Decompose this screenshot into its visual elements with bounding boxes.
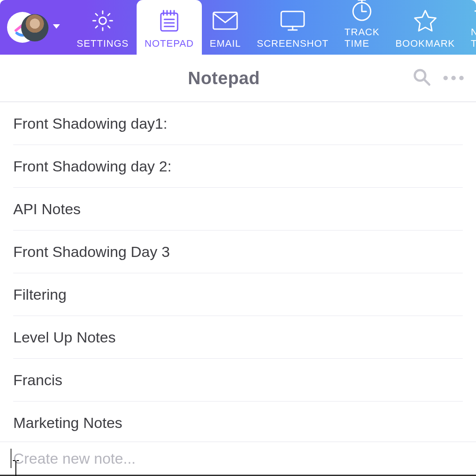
note-title: Front Shadowing day1: <box>13 115 167 132</box>
svg-rect-1 <box>161 13 178 31</box>
tab-label: SETTINGS <box>77 38 129 49</box>
note-row[interactable]: Francis <box>13 359 463 402</box>
footer <box>0 442 476 476</box>
svg-rect-3 <box>281 11 304 26</box>
app-logo[interactable] <box>7 12 38 43</box>
email-icon <box>212 8 238 33</box>
tabs: SETTINGS NOTEPAD EMAIL <box>69 0 476 55</box>
tab-notepad[interactable]: NOTEPAD <box>137 0 202 55</box>
tab-email[interactable]: EMAIL <box>202 0 249 55</box>
page-title: Notepad <box>35 68 413 88</box>
text-cursor-icon <box>11 449 11 468</box>
note-title: Marketing Notes <box>13 414 123 431</box>
note-row[interactable]: Front Shadowing day1: <box>13 102 463 145</box>
note-title: Front Shadowing day 2: <box>13 158 171 175</box>
topbar: SETTINGS NOTEPAD EMAIL <box>0 0 476 55</box>
monitor-icon <box>279 8 306 33</box>
tab-bookmark[interactable]: BOOKMARK <box>387 0 463 55</box>
avatar[interactable] <box>21 14 48 41</box>
note-row[interactable]: Front Shadowing day 2: <box>13 145 463 188</box>
tab-label: NOTEPAD <box>145 38 194 49</box>
tab-label: SCREENSHOT <box>257 38 329 49</box>
note-row[interactable]: Filtering <box>13 273 463 316</box>
page-actions <box>413 68 464 88</box>
tab-screenshot[interactable]: SCREENSHOT <box>249 0 337 55</box>
note-row[interactable]: Front Shadowing Day 3 <box>13 231 463 273</box>
tab-settings[interactable]: SETTINGS <box>69 0 137 55</box>
notes-list: Front Shadowing day1: Front Shadowing da… <box>0 102 476 442</box>
app-root: SETTINGS NOTEPAD EMAIL <box>0 0 476 476</box>
note-title: Level Up Notes <box>13 329 115 346</box>
tab-label: NEW TASK <box>471 26 476 49</box>
note-row[interactable]: Marketing Notes <box>13 402 463 442</box>
stopwatch-icon <box>350 0 373 22</box>
tab-label: EMAIL <box>210 38 241 49</box>
svg-point-0 <box>99 17 106 24</box>
tab-tracktime[interactable]: TRACK TIME <box>337 0 388 55</box>
note-title: Francis <box>13 372 62 389</box>
star-icon <box>413 8 438 33</box>
note-title: Filtering <box>13 286 67 303</box>
tab-newtask[interactable]: NEW TASK <box>463 0 476 55</box>
tab-label: BOOKMARK <box>395 38 455 49</box>
notepad-icon <box>158 8 180 33</box>
search-icon[interactable] <box>413 68 431 88</box>
svg-rect-2 <box>213 12 237 29</box>
plus-icon <box>473 0 476 22</box>
page-header: Notepad <box>0 55 476 102</box>
note-title: API Notes <box>13 201 81 218</box>
note-row[interactable]: API Notes <box>13 188 463 231</box>
more-icon[interactable] <box>443 76 464 80</box>
note-title: Front Shadowing Day 3 <box>13 243 170 260</box>
note-row[interactable]: Level Up Notes <box>13 316 463 359</box>
tab-label: TRACK TIME <box>345 26 380 49</box>
new-note-input[interactable] <box>13 450 465 467</box>
gear-icon <box>91 8 115 33</box>
chevron-down-icon[interactable] <box>53 24 60 29</box>
